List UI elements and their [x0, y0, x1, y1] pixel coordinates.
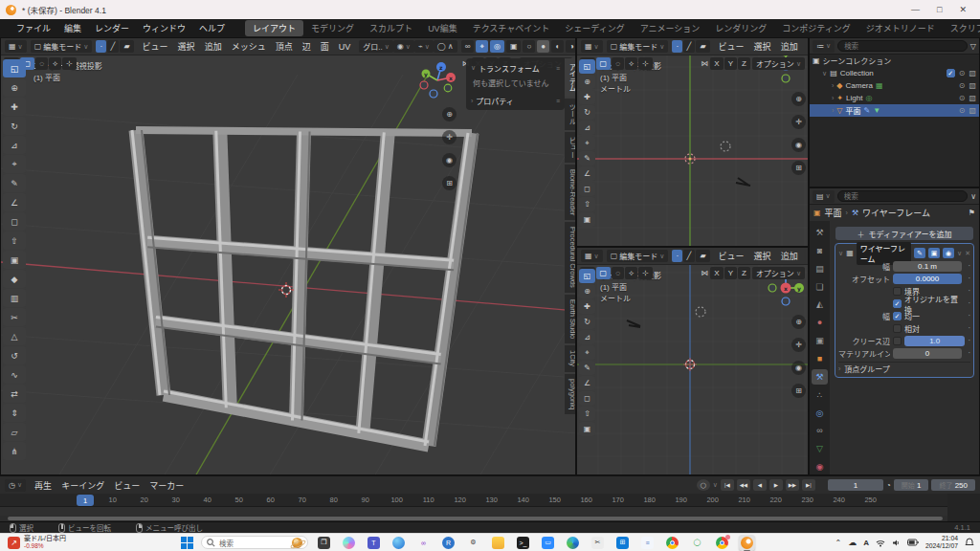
properties-tab-object-data[interactable]: ▽: [812, 441, 828, 456]
vertex-select-icon[interactable]: ∙: [672, 40, 681, 53]
tool-extrude[interactable]: ⇧: [579, 407, 595, 421]
properties-tab-scene[interactable]: ◭: [812, 297, 828, 312]
workspace-tab-7[interactable]: レンダリング: [707, 20, 774, 36]
tool-measure[interactable]: ∠: [579, 166, 595, 181]
menu-1[interactable]: 編集: [57, 20, 88, 36]
tool-spin[interactable]: ↺: [3, 346, 26, 364]
tray-chevron-icon[interactable]: ⌃: [835, 539, 841, 547]
minimize-button[interactable]: —: [911, 5, 920, 14]
app-green-app[interactable]: ◯: [689, 535, 705, 551]
prev-keyframe-button[interactable]: ◀◀: [737, 479, 750, 491]
animate-dot-icon[interactable]: ‧: [968, 299, 970, 308]
tool-scale[interactable]: ⊿: [3, 136, 26, 154]
collapse-icon[interactable]: ∨: [838, 250, 843, 257]
timeline-ruler[interactable]: 1 10203040506070809010011012013014015016…: [0, 494, 947, 507]
editor-type-button[interactable]: ▤∨: [813, 190, 835, 203]
mirror-y-button[interactable]: Y: [724, 267, 737, 279]
menu-ビュー[interactable]: ビュー: [714, 250, 749, 262]
menu-4[interactable]: ヘルプ: [192, 20, 232, 36]
filter-icon[interactable]: ▽: [970, 42, 976, 51]
mirror-z-button[interactable]: Z: [738, 267, 750, 279]
outliner-row-light-object[interactable]: ›✦Light◎⊙▧: [810, 92, 979, 104]
value-field[interactable]: 0.1 m: [893, 261, 962, 272]
sidebar-tab-3[interactable]: Biome-Reader: [565, 165, 576, 220]
app-microsoft-store[interactable]: ⊞: [614, 535, 631, 551]
current-frame-field[interactable]: 1: [828, 479, 883, 491]
options-dropdown[interactable]: オプション∨: [752, 57, 805, 70]
menu-UV[interactable]: UV: [334, 42, 356, 52]
menu-選択[interactable]: 選択: [749, 250, 776, 262]
select-box-icon[interactable]: ▢: [596, 267, 612, 279]
tool-scale[interactable]: ⊿: [579, 121, 595, 135]
value-slider[interactable]: 0.0000: [893, 274, 962, 284]
outliner-item-label[interactable]: Collection: [840, 69, 874, 77]
tool-rotate[interactable]: ↻: [3, 117, 26, 135]
shading-material-icon[interactable]: ◐: [551, 40, 564, 53]
properties-tab-view-layer[interactable]: ❏: [812, 279, 828, 295]
zoom-icon[interactable]: ⊕: [442, 107, 457, 121]
workspace-tab-8[interactable]: コンポジティング: [774, 20, 858, 36]
tool-cursor[interactable]: ⊕: [3, 78, 26, 97]
record-button[interactable]: ◯: [697, 479, 710, 491]
tool-scale[interactable]: ⊿: [579, 330, 595, 344]
timeline-track[interactable]: [0, 507, 947, 516]
app-snipping-tool[interactable]: ✂: [590, 535, 606, 551]
play-button[interactable]: ▶: [769, 479, 783, 491]
options-dropdown[interactable]: オプション∨: [752, 267, 805, 279]
properties-search-input[interactable]: [837, 190, 968, 202]
overlays-toggle-icon[interactable]: ◎: [490, 40, 504, 53]
face-select-icon[interactable]: ▰: [696, 40, 709, 53]
playhead[interactable]: 1: [77, 495, 94, 506]
properties-tab-particles[interactable]: ∴: [812, 387, 828, 403]
properties-tab-tool[interactable]: ⚒: [812, 225, 828, 240]
tool-measure[interactable]: ∠: [3, 193, 26, 211]
vertex-select-icon[interactable]: ∙: [96, 40, 105, 53]
eye-toggle-icon[interactable]: ⊙: [959, 94, 966, 102]
mirror-y-button[interactable]: Y: [724, 57, 737, 70]
camera-view-icon[interactable]: ◉: [791, 138, 806, 152]
tool-measure[interactable]: ∠: [579, 376, 595, 390]
menu-追加[interactable]: 追加: [776, 40, 803, 53]
tool-edge-slide[interactable]: ⇄: [3, 385, 26, 403]
workspace-tab-0[interactable]: レイアウト: [245, 20, 303, 36]
tool-move[interactable]: ✚: [3, 98, 26, 116]
play-reverse-button[interactable]: ◀: [753, 479, 767, 491]
menu-面[interactable]: 面: [316, 40, 334, 53]
properties-tab-material[interactable]: ◉: [812, 459, 828, 474]
mirror-x-button[interactable]: X: [710, 267, 723, 279]
camera-view-icon[interactable]: ◉: [791, 361, 806, 375]
app-browser[interactable]: [390, 535, 407, 551]
animate-dot-icon[interactable]: ‧: [968, 287, 970, 296]
outliner-row-mesh-object[interactable]: ›▽平面✎▼⊙▧: [810, 104, 979, 117]
editor-type-button[interactable]: ◷∨: [5, 479, 26, 492]
mirror-x-button[interactable]: X: [710, 57, 723, 70]
maximize-button[interactable]: □: [937, 5, 942, 14]
pivot-dropdown[interactable]: ◉∨: [393, 40, 414, 53]
tool-knife[interactable]: ✂: [3, 308, 26, 326]
eye-toggle-icon[interactable]: ⊙: [959, 106, 966, 115]
outliner-row-scene-collection[interactable]: ▣シーンコレクション: [810, 55, 979, 67]
tool-cursor[interactable]: ⊕: [579, 75, 595, 89]
outliner-item-label[interactable]: シーンコレクション: [823, 55, 892, 66]
expand-icon[interactable]: ›: [832, 82, 834, 89]
animate-dot-icon[interactable]: ‧: [968, 337, 970, 345]
outliner-row-camera-object[interactable]: ›◆Camera▦⊙▧: [810, 79, 979, 92]
tool-rip-region[interactable]: ⋔: [3, 442, 26, 460]
snap-dropdown[interactable]: ⌁∨: [414, 40, 434, 53]
app-edge[interactable]: [565, 535, 581, 551]
sidebar-tab-0[interactable]: アイテム: [565, 58, 576, 97]
tool-poly-build[interactable]: △: [3, 327, 26, 345]
sidebar-tab-1[interactable]: ツール: [565, 99, 576, 130]
render-display-icon[interactable]: ◉: [943, 248, 954, 258]
checkbox-toggle-icon[interactable]: ✓: [947, 69, 955, 77]
workspace-tab-2[interactable]: スカルプト: [362, 20, 420, 36]
sidebar-tab-6[interactable]: 1City: [565, 345, 576, 371]
show-object-types-icon[interactable]: ∞: [461, 40, 475, 53]
tray-clock[interactable]: 21:042024/12/07: [925, 535, 958, 550]
shading-rendered-icon[interactable]: ◑: [566, 40, 575, 53]
editor-type-button[interactable]: ≔∨: [813, 40, 835, 53]
workspace-tab-9[interactable]: ジオメトリノード: [858, 20, 943, 36]
mirror-z-button[interactable]: Z: [738, 57, 750, 70]
select-extend-icon[interactable]: ⊹: [62, 57, 77, 70]
app-teams[interactable]: T: [366, 535, 382, 551]
